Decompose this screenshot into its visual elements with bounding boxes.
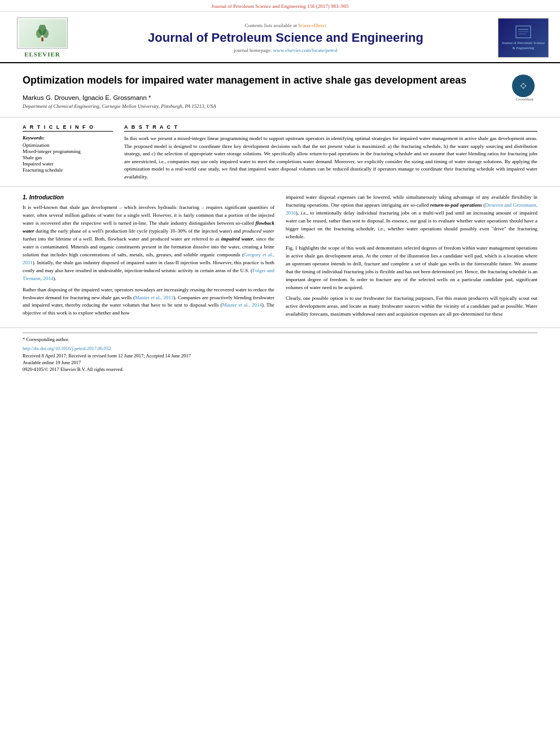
keywords-label: Keywords: [23,135,113,141]
contents-line: Contents lists available at ScienceDirec… [85,23,487,28]
intro-para-1: It is well-known that shale gas developm… [23,204,274,282]
journal-logo-right: Journal of Petroleum Science & Engineeri… [498,18,549,58]
keyword-mip: Mixed-integer programming [23,148,113,154]
keyword-fracturing: Fracturing schedule [23,167,113,173]
keyword-impaired-water: Impaired water [23,161,113,167]
contents-available-text: Contents lists available at [245,23,297,28]
intro-title-text: Introduction [29,194,64,200]
ref-folger[interactable]: Folger and Tiemann, 2014 [23,268,274,281]
svg-point-1 [36,29,42,37]
right-para-2: Fig. 1 highlights the scope of this work… [286,244,537,292]
introduction-title: 1. Introduction [23,194,274,200]
crossmark-text: CrossMark [512,97,537,102]
homepage-label: journal homepage: [234,47,272,53]
available-online: Available online 19 June 2017 [23,360,537,365]
abstract-text: In this work we present a mixed-integer … [124,135,537,181]
freshwater-term: freshwater [364,295,385,301]
elsevier-logo: ELSEVIER [11,18,73,58]
svg-point-9 [522,84,525,88]
affiliation: Department of Chemical Engineering, Carn… [23,103,506,109]
journal-reference-bar: Journal of Petroleum Science and Enginee… [0,0,560,12]
page: Journal of Petroleum Science and Enginee… [0,0,560,747]
body-right-column: impaired water disposal expenses can be … [286,194,537,322]
crossmark-circle [512,75,535,97]
body-left-column: 1. Introduction It is well-known that sh… [23,194,274,322]
flowback-term: flowback water [23,220,274,234]
keywords-list: Optimization Mixed-integer programming S… [23,142,113,173]
crossmark-badge: CrossMark [512,75,537,100]
journal-homepage: journal homepage: www.elsevier.com/locat… [85,47,487,53]
elsevier-name-text: ELSEVIER [24,51,60,58]
keyword-shale-gas: Shale gas [23,155,113,160]
keyword-optimization: Optimization [23,142,113,148]
footer: * Corresponding author. http://dx.doi.or… [0,327,560,375]
doi-link[interactable]: http://dx.doi.org/10.1016/j.petrol.2017.… [23,346,537,351]
journal-header: ELSEVIER Contents lists available at Sci… [0,12,560,63]
right-para-1: impaired water disposal expenses can be … [286,194,537,241]
article-title-section: Optimization models for impaired water m… [0,63,560,117]
right-para-3: Clearly, one possible option is to use f… [286,295,537,318]
intro-para-2: Rather than disposing of the impaired wa… [23,286,274,318]
produced-water-term: produced water [242,228,274,234]
ref-gregory[interactable]: Gregory et al., 2011 [23,252,274,265]
ref-mauter-2013[interactable]: Mauter et al., 2013 [135,295,174,300]
authors: Markus G. Drouven, Ignacio E. Grossmann … [23,94,506,101]
article-title: Optimization models for impaired water m… [23,73,506,88]
intro-number: 1. [23,194,28,200]
article-info-abstract-section: A R T I C L E I N F O Keywords: Optimiza… [0,117,560,187]
ref-drouven[interactable]: Drouven and Grossmann, 2016 [286,202,537,216]
elsevier-logo-box [17,18,68,49]
return-to-pad-term: return-to-pad operations [430,202,482,208]
sciencedirect-link[interactable]: ScienceDirect [298,23,326,28]
ref-mauter-2014[interactable]: Mauter et al., 2014 [222,302,262,308]
journal-reference-text: Journal of Petroleum Science and Enginee… [212,3,349,9]
journal-center: Contents lists available at ScienceDirec… [73,23,498,53]
homepage-url[interactable]: www.elsevier.com/locate/petrol [273,47,338,53]
corresponding-author-note: * Corresponding author. [23,337,537,342]
authors-text: Markus G. Drouven, Ignacio E. Grossmann … [23,94,151,101]
abstract-header: A B S T R A C T [124,124,537,132]
elsevier-logo-image [19,19,67,47]
journal-logo-text: Journal of Petroleum Science & Engineeri… [501,41,546,50]
svg-rect-3 [41,37,43,41]
impaired-water-term: impaired water [221,236,253,242]
article-info-header: A R T I C L E I N F O [23,124,113,132]
article-info-col: A R T I C L E I N F O Keywords: Optimiza… [23,124,113,181]
journal-title: Journal of Petroleum Science and Enginee… [85,30,487,45]
svg-point-2 [43,29,49,37]
body-section: 1. Introduction It is well-known that sh… [0,187,560,322]
received-dates: Received 8 April 2017; Received in revis… [23,353,537,359]
copyright: 0920-4105/© 2017 Elsevier B.V. All right… [23,366,537,372]
journal-logo-icon [515,25,532,40]
svg-rect-4 [516,26,531,38]
abstract-col: A B S T R A C T In this work we present … [124,124,537,181]
